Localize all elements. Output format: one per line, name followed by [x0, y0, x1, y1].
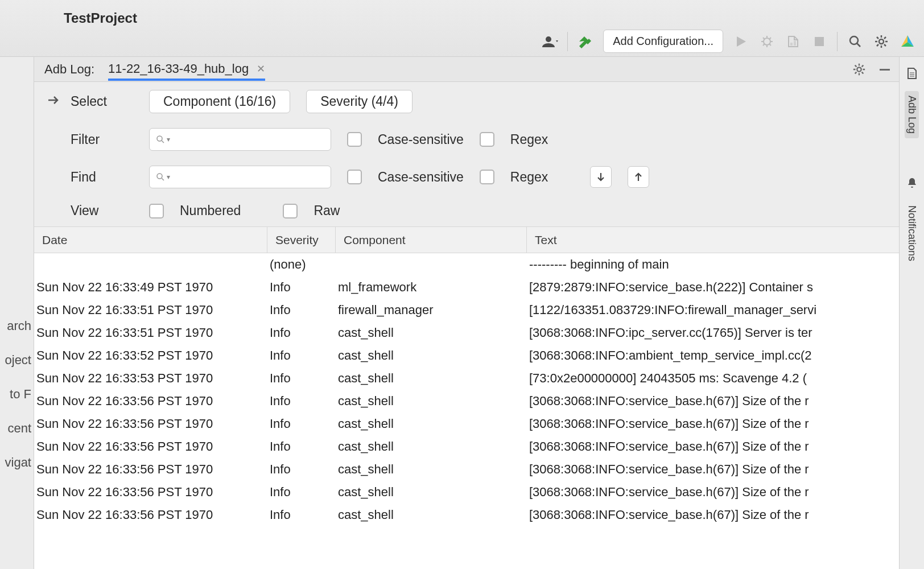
- adb-log-tool-tab[interactable]: Adb Log: [905, 91, 919, 138]
- select-label: Select: [71, 94, 145, 109]
- build-hammer-icon[interactable]: [577, 33, 594, 50]
- regex-label: Regex: [510, 170, 548, 185]
- panel-title: Adb Log:: [44, 62, 94, 77]
- svg-point-7: [157, 174, 162, 179]
- run-icon[interactable]: [732, 33, 749, 50]
- debug-icon[interactable]: [758, 33, 776, 50]
- collapse-arrow-icon[interactable]: [41, 90, 66, 218]
- cell-date: Sun Nov 22 16:33:56 PST 1970: [34, 394, 267, 409]
- raw-label: Raw: [314, 203, 340, 218]
- table-row[interactable]: Sun Nov 22 16:33:56 PST 1970Infocast_she…: [34, 435, 899, 458]
- view-label: View: [71, 203, 145, 218]
- cell-text: [3068:3068:INFO:service_base.h(67)] Size…: [527, 417, 899, 431]
- cell-component: ml_framework: [336, 280, 527, 295]
- cell-text: [3068:3068:INFO:service_base.h(67)] Size…: [527, 462, 899, 477]
- right-tool-stripe: Adb Log Notifications: [899, 57, 924, 569]
- cell-severity: Info: [267, 325, 336, 340]
- col-severity[interactable]: Severity: [267, 227, 336, 253]
- cell-component: cast_shell: [336, 371, 527, 386]
- left-stripe-item[interactable]: cent: [7, 421, 31, 436]
- find-input[interactable]: ▾: [149, 166, 331, 188]
- find-case-sensitive-checkbox[interactable]: [347, 170, 362, 184]
- user-dropdown-icon[interactable]: [541, 33, 558, 50]
- svg-point-3: [879, 39, 884, 44]
- cell-text: --------- beginning of main: [527, 257, 899, 272]
- cell-severity: Info: [267, 462, 336, 477]
- find-label: Find: [71, 170, 145, 185]
- settings-gear-icon[interactable]: [873, 33, 890, 50]
- table-row[interactable]: Sun Nov 22 16:33:56 PST 1970Infocast_she…: [34, 481, 899, 504]
- stop-icon[interactable]: [811, 33, 828, 50]
- cell-component: cast_shell: [336, 508, 527, 522]
- left-stripe-item[interactable]: oject: [5, 353, 31, 368]
- log-table: Date Severity Component Text (none)-----…: [34, 227, 899, 569]
- top-toolbar: TestProject Add Configuration...: [0, 0, 924, 57]
- table-row[interactable]: Sun Nov 22 16:33:52 PST 1970Infocast_she…: [34, 344, 899, 367]
- add-configuration-button[interactable]: Add Configuration...: [603, 30, 723, 53]
- filter-input[interactable]: ▾: [149, 128, 331, 151]
- cell-component: cast_shell: [336, 394, 527, 409]
- brand-triangle-icon[interactable]: [899, 33, 916, 50]
- find-regex-checkbox[interactable]: [480, 170, 494, 184]
- search-everywhere-icon[interactable]: [847, 33, 864, 50]
- left-stripe-item[interactable]: vigat: [5, 455, 31, 470]
- svg-point-6: [157, 136, 162, 141]
- filter-case-sensitive-checkbox[interactable]: [347, 132, 362, 147]
- cell-date: Sun Nov 22 16:33:52 PST 1970: [34, 348, 267, 363]
- minimize-icon[interactable]: [878, 63, 891, 76]
- log-tab[interactable]: 11-22_16-33-49_hub_log ✕: [108, 61, 265, 81]
- component-filter-button[interactable]: Component (16/16): [149, 90, 290, 113]
- notifications-tool-tab[interactable]: Notifications: [905, 201, 919, 266]
- cell-component: firewall_manager: [336, 303, 527, 318]
- cell-date: Sun Nov 22 16:33:49 PST 1970: [34, 280, 267, 295]
- severity-filter-button[interactable]: Severity (4/4): [306, 90, 412, 113]
- table-row[interactable]: Sun Nov 22 16:33:56 PST 1970Infocast_she…: [34, 504, 899, 526]
- cell-component: cast_shell: [336, 348, 527, 363]
- project-title: TestProject: [64, 10, 137, 26]
- table-row[interactable]: Sun Nov 22 16:33:56 PST 1970Infocast_she…: [34, 413, 899, 435]
- cell-text: [3068:3068:INFO:service_base.h(67)] Size…: [527, 508, 899, 522]
- log-tab-label: 11-22_16-33-49_hub_log: [108, 61, 249, 76]
- col-component[interactable]: Component: [336, 227, 527, 253]
- find-prev-button[interactable]: [628, 166, 649, 188]
- table-row[interactable]: (none)--------- beginning of main: [34, 253, 899, 276]
- case-sensitive-label: Case-sensitive: [378, 132, 464, 147]
- cell-date: Sun Nov 22 16:33:51 PST 1970: [34, 303, 267, 318]
- left-stripe-item[interactable]: to F: [10, 387, 31, 402]
- close-icon[interactable]: ✕: [257, 63, 265, 75]
- filter-panel: Select Component (16/16) Severity (4/4) …: [34, 82, 899, 227]
- table-row[interactable]: Sun Nov 22 16:33:51 PST 1970Infocast_she…: [34, 321, 899, 344]
- numbered-checkbox[interactable]: [149, 204, 164, 218]
- cell-text: [3068:3068:INFO:service_base.h(67)] Size…: [527, 394, 899, 409]
- cell-text: [3068:3068:INFO:service_base.h(67)] Size…: [527, 485, 899, 500]
- cell-severity: Info: [267, 508, 336, 522]
- separator: [567, 32, 568, 51]
- numbered-label: Numbered: [180, 203, 241, 218]
- document-icon[interactable]: [905, 66, 919, 81]
- col-date[interactable]: Date: [34, 227, 267, 253]
- table-row[interactable]: Sun Nov 22 16:33:56 PST 1970Infocast_she…: [34, 390, 899, 413]
- toolbar-right-group: Add Configuration...: [541, 30, 916, 53]
- cell-severity: Info: [267, 348, 336, 363]
- cell-component: cast_shell: [336, 485, 527, 500]
- table-row[interactable]: Sun Nov 22 16:33:51 PST 1970Infofirewall…: [34, 299, 899, 321]
- col-text[interactable]: Text: [527, 227, 899, 253]
- table-row[interactable]: Sun Nov 22 16:33:56 PST 1970Infocast_she…: [34, 458, 899, 481]
- cell-severity: Info: [267, 417, 336, 431]
- cell-date: Sun Nov 22 16:33:53 PST 1970: [34, 371, 267, 386]
- panel-settings-gear-icon[interactable]: [852, 63, 866, 76]
- table-row[interactable]: Sun Nov 22 16:33:49 PST 1970Infoml_frame…: [34, 276, 899, 299]
- filter-regex-checkbox[interactable]: [480, 132, 494, 147]
- case-sensitive-label: Case-sensitive: [378, 170, 464, 185]
- bell-icon[interactable]: [905, 176, 919, 191]
- left-stripe-item[interactable]: arch: [7, 319, 31, 333]
- cell-date: Sun Nov 22 16:33:56 PST 1970: [34, 439, 267, 454]
- coverage-icon[interactable]: [785, 33, 802, 50]
- cell-component: cast_shell: [336, 439, 527, 454]
- find-next-button[interactable]: [590, 166, 612, 188]
- svg-rect-1: [815, 37, 824, 46]
- raw-checkbox[interactable]: [283, 204, 298, 218]
- cell-component: cast_shell: [336, 462, 527, 477]
- table-row[interactable]: Sun Nov 22 16:33:53 PST 1970Infocast_she…: [34, 367, 899, 390]
- cell-severity: Info: [267, 485, 336, 500]
